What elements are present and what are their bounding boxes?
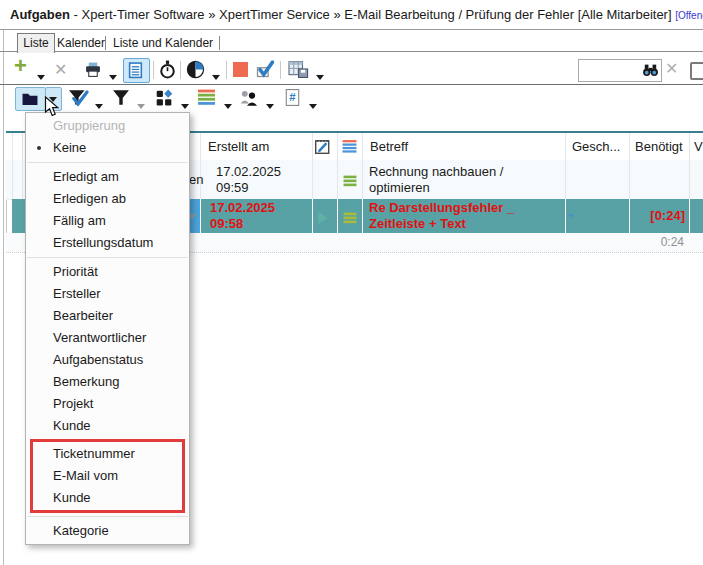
folder-icon [21,92,39,106]
menu-item-erledigt-am[interactable]: Erledigt am [26,166,189,188]
status-lines-icon [343,173,357,191]
menu-item-erstellungsdatum[interactable]: Erstellungsdatum [26,232,189,254]
print-button[interactable] [82,61,104,82]
title-module: Aufgaben [10,7,70,22]
mouse-cursor [44,96,64,122]
filter-button[interactable] [111,89,131,110]
header-checkbox[interactable] [690,62,703,80]
menu-item-faellig-am[interactable]: Fällig am [26,210,189,232]
tab-liste-und-kalender[interactable]: Liste und Kalender [113,34,213,52]
menu-item-aufgabenstatus[interactable]: Aufgabenstatus [26,349,189,371]
col-header-erstellt-am[interactable]: Erstellt am [208,133,269,160]
menu-item-prioritaet[interactable]: Priorität [26,261,189,283]
cell-created-date: 17.02.2025 [210,200,275,216]
menu-item-keine[interactable]: Keine [26,137,189,159]
menu-item-kunde-2[interactable]: Kunde [33,487,182,509]
export-caret-icon[interactable] [316,66,324,84]
confirm-button[interactable] [255,59,275,83]
cell-hidden-tail: en [189,172,203,188]
play-icon[interactable] [318,210,328,228]
menu-item-bemerkung[interactable]: Bemerkung [26,371,189,393]
search-input[interactable] [578,59,662,82]
title-bar: Aufgaben - Xpert-Timer Software » XpertT… [0,0,703,30]
group-caret-icon[interactable] [181,95,189,113]
filter-apply-button[interactable] [67,89,89,111]
report-view-icon [128,62,144,79]
grouping-folder-button[interactable] [15,87,46,111]
delete-task-button[interactable]: ✕ [54,62,67,78]
toolbar-separator [226,61,227,79]
menu-separator [27,162,188,163]
menu-item-ticketnummer[interactable]: Ticketnummer [33,443,182,465]
group-icon [155,89,174,107]
timer-button[interactable] [158,60,177,83]
numbering-caret-icon[interactable] [309,95,317,113]
filter-icon [111,89,131,106]
users-caret-icon[interactable] [266,95,274,113]
col-header-benoetigt[interactable]: Benötigt [635,133,683,160]
menu-separator [27,257,188,258]
menu-item-projekt[interactable]: Projekt [26,393,189,415]
stopwatch-icon [158,60,177,79]
grouping-menu: Gruppierung Keine Erledigt am Erledigen … [25,112,190,545]
tab-separator [219,36,220,50]
columns-caret-icon[interactable] [224,95,232,113]
toolbar-separator [153,61,154,79]
svg-text:#: # [289,91,296,103]
clear-search-button[interactable]: ✕ [665,61,678,77]
pie-chart-icon [186,60,205,79]
search-binoculars-icon [642,63,659,77]
col-header-geschaetzt[interactable]: Gesch... [572,133,620,160]
geschaetzt-caret-icon[interactable] [568,214,574,218]
menu-separator [27,516,188,517]
statistics-button[interactable] [186,60,205,83]
menu-item-verantwortlicher[interactable]: Verantwortlicher [26,327,189,349]
tab-liste[interactable]: Liste [17,33,55,53]
cell-created-time: 09:59 [216,180,249,196]
report-view-toggle[interactable] [123,58,150,83]
col-header-verbleibend[interactable]: V [694,133,703,160]
users-button[interactable] [239,89,259,111]
print-icon [82,61,104,78]
menu-item-kategorie[interactable]: Kategorie [26,520,189,542]
filter-check-caret-icon[interactable] [95,95,103,113]
filter-caret-icon[interactable] [137,95,145,113]
menu-item-email-vom[interactable]: E-Mail vom [33,465,182,487]
col-header-status-lines[interactable] [342,139,357,158]
header-lines-icon [342,139,357,154]
add-caret-icon[interactable] [37,66,45,84]
tab-kalender[interactable]: Kalender [57,34,105,52]
export-table-button[interactable] [287,60,309,82]
pie-caret-icon[interactable] [212,66,220,84]
title-filter-badge: [Offene] [675,10,703,21]
col-header-edit-note[interactable] [314,138,331,159]
selected-bullet-icon [37,146,41,150]
add-task-button[interactable]: + [14,58,27,74]
cell-benoetigt: [0:24] [629,208,685,224]
menu-item-bearbeiter[interactable]: Bearbeiter [26,305,189,327]
group-display-button[interactable] [155,89,174,111]
cell-created-date: 17.02.2025 [216,164,281,180]
annotation-red-box: Ticketnummer E-Mail vom Kunde [30,439,185,513]
page-title: Aufgaben - Xpert-Timer Software » XpertT… [10,0,703,30]
print-caret-icon[interactable] [109,66,117,84]
filter-check-icon [67,89,89,107]
numbering-button[interactable]: # [284,88,301,111]
status-lines-icon [343,210,357,228]
toolbar-separator [280,61,281,79]
col-header-betreff[interactable]: Betreff [370,133,408,160]
search-field[interactable] [581,61,645,80]
edit-note-icon [314,138,331,155]
tab-separator [105,36,106,50]
menu-item-erledigen-ab[interactable]: Erledigen ab [26,188,189,210]
menu-item-kunde[interactable]: Kunde [26,415,189,437]
cell-betreff: Rechnung nachbauen / optimieren [369,164,564,196]
color-marker-button[interactable] [233,62,248,77]
toolbar-divider [0,84,703,85]
columns-color-button[interactable] [197,89,216,110]
menu-item-ersteller[interactable]: Ersteller [26,283,189,305]
export-table-icon [287,60,309,78]
title-breadcrumb: - Xpert-Timer Software » XpertTimer Serv… [70,7,675,22]
cell-created-time: 09:58 [210,216,243,232]
users-icon [239,89,259,107]
